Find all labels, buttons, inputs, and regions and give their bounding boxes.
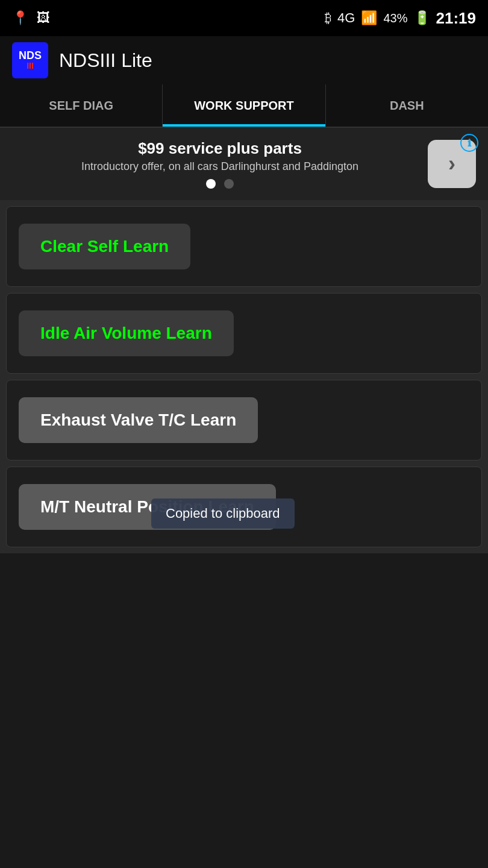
tab-self-diag[interactable]: SELF DIAG [0,84,163,127]
main-content: Clear Self Learn Idle Air Volume Learn E… [0,200,488,553]
banner-dot-1 [206,179,216,189]
banner-title: $99 service plus parts [138,139,302,158]
logo-iii: III [27,61,34,71]
clipboard-tooltip: Copied to clipboard [151,498,295,529]
exhaust-valve-tc-learn-card: Exhaust Valve T/C Learn [6,380,482,461]
image-icon: 🖼 [37,10,50,26]
info-icon[interactable]: ℹ [460,134,478,152]
app-header: NDS III NDSIII Lite [0,36,488,84]
status-bar: 📍 🖼 ₿ 4G 📶 43% 🔋 21:19 [0,0,488,36]
chevron-right-icon: › [448,151,455,177]
app-title: NDSIII Lite [59,49,152,72]
tab-work-support[interactable]: WORK SUPPORT [163,84,325,127]
bluetooth-icon: ₿ [325,10,331,26]
idle-air-volume-learn-card: Idle Air Volume Learn [6,293,482,374]
status-bar-right: ₿ 4G 📶 43% 🔋 21:19 [325,9,476,28]
banner-dot-2 [224,179,234,189]
idle-air-volume-learn-button[interactable]: Idle Air Volume Learn [19,310,234,356]
tab-bar: SELF DIAG WORK SUPPORT DASH [0,84,488,128]
location-icon: 📍 [12,10,28,26]
network-icon: 4G [337,10,355,26]
banner-dots [206,179,234,189]
clear-self-learn-card: Clear Self Learn [6,206,482,287]
battery-icon: 🔋 [414,10,430,26]
tab-dash[interactable]: DASH [326,84,488,127]
banner-content: $99 service plus parts Introductory offe… [12,139,428,189]
app-logo: NDS III [12,42,48,78]
battery-percent: 43% [383,11,407,25]
status-bar-left: 📍 🖼 [12,10,50,26]
mt-neutral-position-learn-card: M/T Neutral Position Learn Copied to cli… [6,467,482,547]
banner-subtitle: Introductory offer, on all cars Darlingh… [81,160,358,173]
status-time: 21:19 [436,9,477,28]
signal-icon: 📶 [361,10,377,26]
exhaust-valve-tc-learn-button[interactable]: Exhaust Valve T/C Learn [19,397,258,443]
logo-nds: NDS [19,50,42,61]
promo-banner: ℹ $99 service plus parts Introductory of… [0,128,488,200]
clear-self-learn-button[interactable]: Clear Self Learn [19,224,190,269]
